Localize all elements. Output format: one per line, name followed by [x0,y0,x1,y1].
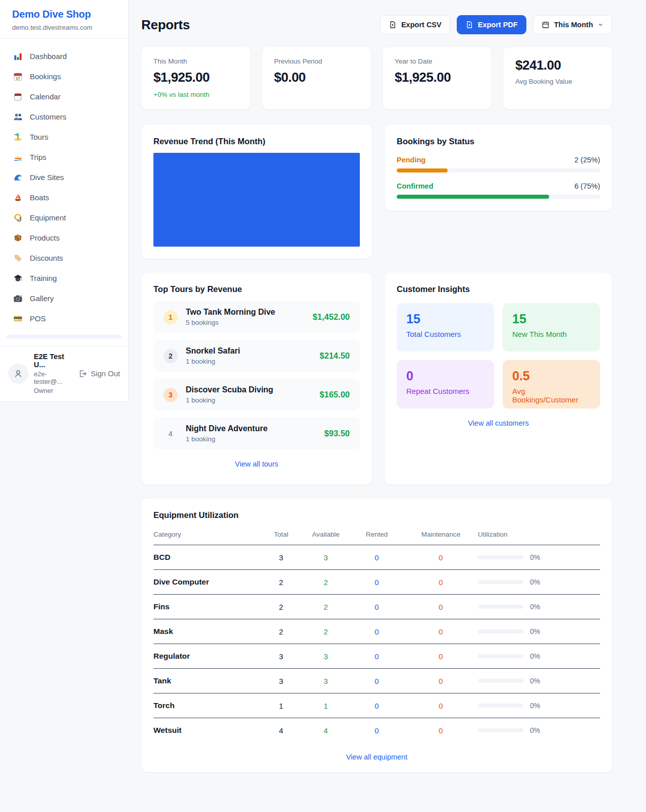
file-download-icon [465,21,473,29]
tour-revenue: $93.50 [325,429,350,438]
sidebar-item-equipment[interactable]: Equipment [6,208,122,227]
cell-category: Regulator [153,644,260,669]
cell-category: Wetsuit [153,718,260,743]
file-download-icon [389,21,397,29]
sidebar-item-tours[interactable]: Tours [6,127,122,147]
cell-maintenance: 0 [404,669,478,693]
cell-maintenance: 0 [404,718,478,743]
utilization-bar [478,629,523,633]
sidebar-item-products[interactable]: Products [6,228,122,248]
revenue-trend-card: Revenue Trend (This Month) [141,125,372,259]
sidebar-item-reports-active[interactable] [6,335,122,338]
cell-rented: 0 [350,545,404,570]
boats-sailboat-icon [13,193,23,202]
customer-insights-title: Customer Insights [397,284,600,294]
view-all-customers-link[interactable]: View all customers [397,419,600,427]
rank-badge: 4 [164,427,178,441]
sidebar-item-trips[interactable]: Trips [6,147,122,167]
tour-name: Night Dive Adventure [186,424,316,433]
insight-tile-new-this-month: 15 New This Month [503,303,600,352]
status-label: Pending [397,156,425,164]
sidebar-item-label: Training [30,274,57,282]
bookings-by-status-card: Bookings by Status Pending 2 (25%) Confi… [385,125,612,211]
export-csv-button[interactable]: Export CSV [380,15,450,34]
cell-rented: 0 [350,693,404,718]
stat-value: $0.00 [274,70,359,85]
utilization-bar [478,654,523,658]
export-pdf-button[interactable]: Export PDF [457,15,526,34]
stat-label: Previous Period [274,57,359,65]
bookings-calendar-icon: 17 [13,72,23,81]
cell-available: 2 [302,619,350,644]
sidebar-item-bookings[interactable]: 17 Bookings [6,67,122,86]
sign-out-icon [78,369,87,378]
tours-island-icon [13,132,23,142]
cell-category: Torch [153,693,260,718]
utilization-percent: 0% [530,578,540,586]
sidebar-item-dive-sites[interactable]: Dive Sites [6,167,122,187]
sidebar-item-training[interactable]: Training [6,268,122,288]
sidebar-item-label: Calendar [30,92,61,101]
cell-category: Mask [153,619,260,644]
sidebar-item-calendar[interactable]: Calendar [6,87,122,106]
cell-rented: 0 [350,644,404,669]
shop-title: Demo Dive Shop [12,9,116,20]
gallery-camera-icon [13,294,23,303]
status-value: 2 (25%) [574,156,600,164]
avatar [8,364,28,384]
cell-available: 2 [302,570,350,595]
user-info: E2E Test U... e2e-tester@... Owner [34,353,73,394]
tour-revenue: $165.00 [319,390,350,399]
insight-value: 15 [512,312,590,326]
export-csv-label: Export CSV [401,21,442,29]
tour-bookings: 1 booking [186,396,311,404]
sign-out-button[interactable]: Sign Out [78,369,120,378]
utilization-percent: 0% [530,627,540,635]
utilization-bar [478,555,523,559]
stat-label: Year to Date [395,57,479,65]
chevron-down-icon [598,22,604,28]
sidebar-item-label: Boats [30,193,49,202]
svg-text:17: 17 [16,77,20,81]
calendar-outline-icon [542,21,550,29]
sidebar-item-label: Products [30,234,60,242]
stat-card-year-to-date: Year to Date $1,925.00 [383,47,492,109]
sidebar-item-discounts[interactable]: Discounts [6,248,122,268]
column-header-utilization: Utilization [478,531,600,545]
progress-track [397,195,600,199]
utilization-percent: 0% [530,553,540,561]
sidebar-item-pos[interactable]: POS [6,309,122,328]
view-all-tours-link[interactable]: View all tours [153,460,360,468]
table-row: Regulator 3 3 0 0 0% [153,644,600,669]
table-row: BCD 3 3 0 0 0% [153,545,600,570]
cell-maintenance: 0 [404,595,478,619]
dive-sites-wave-icon [13,172,23,182]
sidebar-item-dashboard[interactable]: Dashboard [6,46,122,66]
equipment-table: Category Total Available Rented Maintena… [153,531,600,742]
sidebar-item-gallery[interactable]: Gallery [6,288,122,308]
view-all-equipment-link[interactable]: View all equipment [153,753,600,761]
column-header-category: Category [153,531,260,545]
sidebar-item-label: Dashboard [30,52,67,61]
table-row: Torch 1 1 0 0 0% [153,693,600,718]
customer-insights-card: Customer Insights 15 Total Customers 15 … [385,272,612,485]
cell-total: 4 [260,718,302,743]
sidebar-item-label: Customers [30,112,67,121]
user-name: E2E Test U... [34,353,73,369]
cell-rented: 0 [350,570,404,595]
period-dropdown[interactable]: This Month [533,15,612,34]
progress-fill [397,168,448,172]
sidebar-item-boats[interactable]: Boats [6,188,122,207]
status-label: Confirmed [397,182,434,190]
cell-total: 1 [260,693,302,718]
insight-value: 0.5 [512,369,590,383]
column-header-available: Available [302,531,350,545]
tour-bookings: 1 booking [186,358,311,365]
cell-available: 2 [302,595,350,619]
insight-label: New This Month [512,330,590,338]
sidebar-item-customers[interactable]: Customers [6,107,122,127]
tour-revenue: $214.50 [319,351,350,361]
utilization-bar [478,605,523,609]
insight-value: 15 [406,312,484,326]
page-title: Reports [141,17,190,33]
